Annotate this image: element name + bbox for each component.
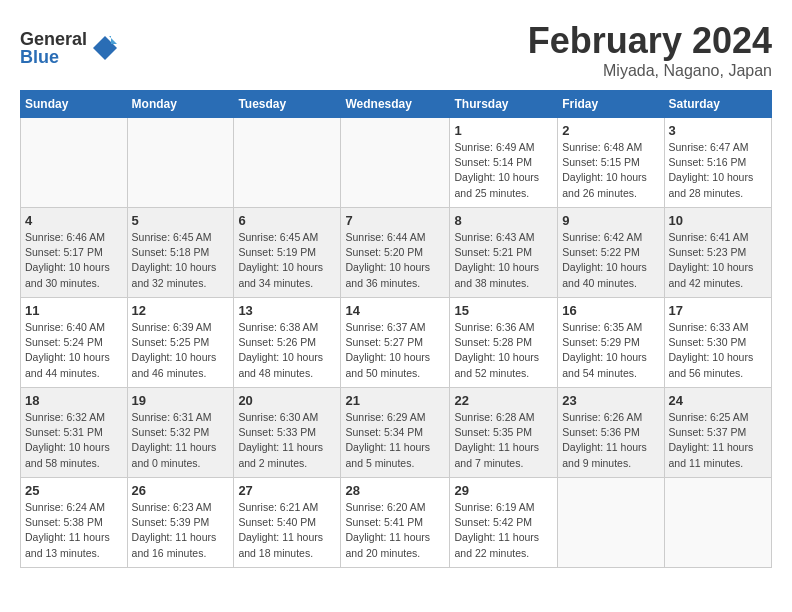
calendar-cell xyxy=(127,118,234,208)
day-number: 16 xyxy=(562,303,659,318)
day-number: 3 xyxy=(669,123,767,138)
day-info: Sunrise: 6:33 AMSunset: 5:30 PMDaylight:… xyxy=(669,320,767,381)
day-number: 19 xyxy=(132,393,230,408)
day-number: 28 xyxy=(345,483,445,498)
day-info: Sunrise: 6:42 AMSunset: 5:22 PMDaylight:… xyxy=(562,230,659,291)
day-info: Sunrise: 6:46 AMSunset: 5:17 PMDaylight:… xyxy=(25,230,123,291)
day-info: Sunrise: 6:49 AMSunset: 5:14 PMDaylight:… xyxy=(454,140,553,201)
calendar-cell: 22Sunrise: 6:28 AMSunset: 5:35 PMDayligh… xyxy=(450,388,558,478)
day-info: Sunrise: 6:26 AMSunset: 5:36 PMDaylight:… xyxy=(562,410,659,471)
calendar-cell xyxy=(21,118,128,208)
day-info: Sunrise: 6:30 AMSunset: 5:33 PMDaylight:… xyxy=(238,410,336,471)
day-info: Sunrise: 6:24 AMSunset: 5:38 PMDaylight:… xyxy=(25,500,123,561)
day-number: 4 xyxy=(25,213,123,228)
day-info: Sunrise: 6:45 AMSunset: 5:18 PMDaylight:… xyxy=(132,230,230,291)
day-number: 5 xyxy=(132,213,230,228)
day-number: 10 xyxy=(669,213,767,228)
weekday-header-tuesday: Tuesday xyxy=(234,91,341,118)
calendar-cell: 3Sunrise: 6:47 AMSunset: 5:16 PMDaylight… xyxy=(664,118,771,208)
location-title: Miyada, Nagano, Japan xyxy=(528,62,772,80)
calendar-cell xyxy=(664,478,771,568)
day-info: Sunrise: 6:29 AMSunset: 5:34 PMDaylight:… xyxy=(345,410,445,471)
calendar-table: SundayMondayTuesdayWednesdayThursdayFrid… xyxy=(20,90,772,568)
day-number: 22 xyxy=(454,393,553,408)
calendar-cell: 25Sunrise: 6:24 AMSunset: 5:38 PMDayligh… xyxy=(21,478,128,568)
day-info: Sunrise: 6:32 AMSunset: 5:31 PMDaylight:… xyxy=(25,410,123,471)
logo: General Blue xyxy=(20,30,119,66)
weekday-header-thursday: Thursday xyxy=(450,91,558,118)
day-number: 8 xyxy=(454,213,553,228)
day-number: 20 xyxy=(238,393,336,408)
day-number: 2 xyxy=(562,123,659,138)
calendar-cell: 14Sunrise: 6:37 AMSunset: 5:27 PMDayligh… xyxy=(341,298,450,388)
logo-icon xyxy=(91,34,119,62)
calendar-cell: 13Sunrise: 6:38 AMSunset: 5:26 PMDayligh… xyxy=(234,298,341,388)
day-number: 23 xyxy=(562,393,659,408)
calendar-cell: 21Sunrise: 6:29 AMSunset: 5:34 PMDayligh… xyxy=(341,388,450,478)
header: General Blue February 2024 Miyada, Nagan… xyxy=(20,20,772,80)
day-number: 11 xyxy=(25,303,123,318)
day-number: 1 xyxy=(454,123,553,138)
day-info: Sunrise: 6:41 AMSunset: 5:23 PMDaylight:… xyxy=(669,230,767,291)
day-info: Sunrise: 6:48 AMSunset: 5:15 PMDaylight:… xyxy=(562,140,659,201)
day-number: 18 xyxy=(25,393,123,408)
week-row-2: 4Sunrise: 6:46 AMSunset: 5:17 PMDaylight… xyxy=(21,208,772,298)
day-info: Sunrise: 6:31 AMSunset: 5:32 PMDaylight:… xyxy=(132,410,230,471)
day-info: Sunrise: 6:25 AMSunset: 5:37 PMDaylight:… xyxy=(669,410,767,471)
day-info: Sunrise: 6:37 AMSunset: 5:27 PMDaylight:… xyxy=(345,320,445,381)
week-row-4: 18Sunrise: 6:32 AMSunset: 5:31 PMDayligh… xyxy=(21,388,772,478)
calendar-cell: 15Sunrise: 6:36 AMSunset: 5:28 PMDayligh… xyxy=(450,298,558,388)
day-info: Sunrise: 6:21 AMSunset: 5:40 PMDaylight:… xyxy=(238,500,336,561)
day-number: 7 xyxy=(345,213,445,228)
calendar-cell xyxy=(341,118,450,208)
day-number: 6 xyxy=(238,213,336,228)
day-number: 13 xyxy=(238,303,336,318)
calendar-cell: 20Sunrise: 6:30 AMSunset: 5:33 PMDayligh… xyxy=(234,388,341,478)
day-info: Sunrise: 6:35 AMSunset: 5:29 PMDaylight:… xyxy=(562,320,659,381)
calendar-cell: 2Sunrise: 6:48 AMSunset: 5:15 PMDaylight… xyxy=(558,118,664,208)
calendar-cell: 24Sunrise: 6:25 AMSunset: 5:37 PMDayligh… xyxy=(664,388,771,478)
weekday-header-row: SundayMondayTuesdayWednesdayThursdayFrid… xyxy=(21,91,772,118)
calendar-cell: 26Sunrise: 6:23 AMSunset: 5:39 PMDayligh… xyxy=(127,478,234,568)
day-info: Sunrise: 6:28 AMSunset: 5:35 PMDaylight:… xyxy=(454,410,553,471)
day-number: 9 xyxy=(562,213,659,228)
weekday-header-sunday: Sunday xyxy=(21,91,128,118)
calendar-cell: 6Sunrise: 6:45 AMSunset: 5:19 PMDaylight… xyxy=(234,208,341,298)
calendar-cell: 19Sunrise: 6:31 AMSunset: 5:32 PMDayligh… xyxy=(127,388,234,478)
day-info: Sunrise: 6:44 AMSunset: 5:20 PMDaylight:… xyxy=(345,230,445,291)
day-info: Sunrise: 6:20 AMSunset: 5:41 PMDaylight:… xyxy=(345,500,445,561)
calendar-cell: 16Sunrise: 6:35 AMSunset: 5:29 PMDayligh… xyxy=(558,298,664,388)
logo-general-text: General xyxy=(20,30,87,48)
calendar-cell: 18Sunrise: 6:32 AMSunset: 5:31 PMDayligh… xyxy=(21,388,128,478)
week-row-3: 11Sunrise: 6:40 AMSunset: 5:24 PMDayligh… xyxy=(21,298,772,388)
calendar-cell: 1Sunrise: 6:49 AMSunset: 5:14 PMDaylight… xyxy=(450,118,558,208)
day-number: 21 xyxy=(345,393,445,408)
calendar-cell: 11Sunrise: 6:40 AMSunset: 5:24 PMDayligh… xyxy=(21,298,128,388)
calendar-cell xyxy=(234,118,341,208)
calendar-cell: 9Sunrise: 6:42 AMSunset: 5:22 PMDaylight… xyxy=(558,208,664,298)
day-info: Sunrise: 6:36 AMSunset: 5:28 PMDaylight:… xyxy=(454,320,553,381)
weekday-header-saturday: Saturday xyxy=(664,91,771,118)
day-info: Sunrise: 6:45 AMSunset: 5:19 PMDaylight:… xyxy=(238,230,336,291)
calendar-cell: 23Sunrise: 6:26 AMSunset: 5:36 PMDayligh… xyxy=(558,388,664,478)
day-number: 27 xyxy=(238,483,336,498)
day-number: 17 xyxy=(669,303,767,318)
day-info: Sunrise: 6:38 AMSunset: 5:26 PMDaylight:… xyxy=(238,320,336,381)
calendar-cell: 29Sunrise: 6:19 AMSunset: 5:42 PMDayligh… xyxy=(450,478,558,568)
day-info: Sunrise: 6:39 AMSunset: 5:25 PMDaylight:… xyxy=(132,320,230,381)
day-info: Sunrise: 6:47 AMSunset: 5:16 PMDaylight:… xyxy=(669,140,767,201)
svg-marker-0 xyxy=(93,36,117,60)
weekday-header-wednesday: Wednesday xyxy=(341,91,450,118)
title-section: February 2024 Miyada, Nagano, Japan xyxy=(528,20,772,80)
calendar-cell: 4Sunrise: 6:46 AMSunset: 5:17 PMDaylight… xyxy=(21,208,128,298)
calendar-cell: 5Sunrise: 6:45 AMSunset: 5:18 PMDaylight… xyxy=(127,208,234,298)
day-number: 12 xyxy=(132,303,230,318)
day-number: 15 xyxy=(454,303,553,318)
calendar-cell: 17Sunrise: 6:33 AMSunset: 5:30 PMDayligh… xyxy=(664,298,771,388)
calendar-cell: 12Sunrise: 6:39 AMSunset: 5:25 PMDayligh… xyxy=(127,298,234,388)
calendar-cell: 27Sunrise: 6:21 AMSunset: 5:40 PMDayligh… xyxy=(234,478,341,568)
day-number: 29 xyxy=(454,483,553,498)
week-row-1: 1Sunrise: 6:49 AMSunset: 5:14 PMDaylight… xyxy=(21,118,772,208)
day-info: Sunrise: 6:19 AMSunset: 5:42 PMDaylight:… xyxy=(454,500,553,561)
day-number: 26 xyxy=(132,483,230,498)
